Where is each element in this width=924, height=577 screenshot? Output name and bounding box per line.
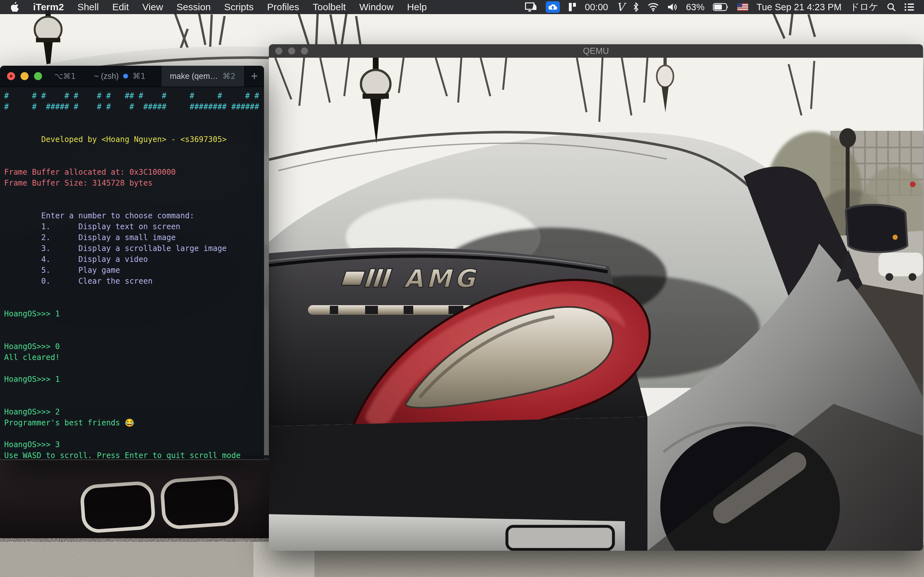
terminal-line <box>4 156 264 167</box>
menu-item-help[interactable]: Help <box>401 0 434 14</box>
spotlight-search-icon[interactable] <box>887 3 896 11</box>
terminal-line <box>4 428 264 439</box>
terminal-line: HoangOS>>> 1 <box>4 374 264 385</box>
terminal-line <box>4 189 264 199</box>
menu-item-profiles[interactable]: Profiles <box>260 0 306 14</box>
window-controls[interactable] <box>0 66 48 87</box>
terminal-line: Enter a number to choose command: <box>4 210 264 221</box>
battery-icon[interactable] <box>713 3 729 11</box>
terminal-output[interactable]: # # # # # # # ## # # # # # # ## # ##### … <box>0 87 264 459</box>
tab-shortcut: ⌘1 <box>132 71 145 81</box>
qemu-window-title: QEMU <box>269 46 923 56</box>
terminal-line: HoangOS>>> 3 <box>4 439 264 450</box>
bluetooth-icon[interactable] <box>633 2 639 12</box>
terminal-line <box>4 145 264 156</box>
tab-make-qemu[interactable]: make (qem… ⌘2 <box>161 66 245 87</box>
qemu-window[interactable]: QEMU <box>269 44 923 551</box>
menu-item-scripts[interactable]: Scripts <box>218 0 260 14</box>
terminal-line <box>4 319 264 330</box>
terminal-line: Frame Buffer Size: 3145728 bytes <box>4 177 264 189</box>
menu-item-iterm2[interactable]: iTerm2 <box>26 0 71 14</box>
blind-spot-indicator <box>893 235 898 240</box>
menu-item-window[interactable]: Window <box>352 0 401 14</box>
terminal-line: 1. Display text on screen <box>4 221 264 232</box>
terminal-line <box>4 298 264 308</box>
zoom-button[interactable] <box>34 72 42 80</box>
terminal-line: # # # # # # # ## # # # # # # # <box>4 90 264 101</box>
apple-menu[interactable] <box>8 2 26 12</box>
car-underside <box>0 455 314 548</box>
v-app-icon[interactable]: V <box>616 1 624 13</box>
menu-item-view[interactable]: View <box>136 0 170 14</box>
volume-icon[interactable] <box>667 3 678 11</box>
new-tab-button[interactable]: + <box>245 66 264 87</box>
qemu-titlebar[interactable]: QEMU <box>269 44 923 58</box>
cloud-upload-icon[interactable] <box>546 1 560 13</box>
input-method-status[interactable]: ドロケ <box>850 1 879 13</box>
tab-activity-indicator <box>123 74 128 79</box>
iterm2-tab-bar[interactable]: ⌥⌘1 ~ (zsh) ⌘1 make (qem… ⌘2 + <box>0 66 264 87</box>
terminal-line <box>4 112 264 123</box>
qemu-display[interactable]: AMG <box>269 58 923 551</box>
terminal-line: 4. Display a video <box>4 254 264 265</box>
terminal-line: HoangOS>>> 1 <box>4 308 264 319</box>
tab-shortcut: ⌘2 <box>223 71 236 81</box>
plate-recess <box>507 526 614 550</box>
terminal-line: Programmer's best friends 😂 <box>4 417 264 428</box>
tab-title: make (qem… <box>170 71 218 81</box>
terminal-line: Developed by <Hoang Nguyen> - <s3697305> <box>4 134 264 145</box>
battery-percent[interactable]: 63% <box>686 2 704 13</box>
terminal-line: # # ##### # # # # ##### ######## ###### <box>4 101 264 112</box>
menu-item-toolbelt[interactable]: Toolbelt <box>306 0 352 14</box>
window-tiles-icon[interactable] <box>568 2 577 12</box>
car-photo: AMG <box>269 58 923 551</box>
notification-list-icon[interactable] <box>904 3 914 11</box>
wifi-icon[interactable] <box>648 3 659 11</box>
us-flag-icon[interactable] <box>737 3 748 11</box>
parked-white-car <box>879 253 923 276</box>
terminal-line: 0. Clear the screen <box>4 276 264 287</box>
clock[interactable]: Tue Sep 21 4:23 PM <box>756 2 842 13</box>
terminal-line: HoangOS>>> 2 <box>4 406 264 417</box>
svg-text:AMG: AMG <box>404 264 478 293</box>
terminal-line: Use WASD to scroll. Press Enter to quit … <box>4 450 264 460</box>
terminal-line <box>4 287 264 298</box>
tab-shortcut-hint: ⌥⌘1 <box>48 66 79 87</box>
terminal-line <box>4 396 264 406</box>
terminal-line: 5. Play game <box>4 265 264 276</box>
terminal-line <box>4 363 264 374</box>
timer-status[interactable]: 00:00 <box>585 2 608 13</box>
traffic-light-dot <box>910 181 916 187</box>
display-mirroring-icon[interactable] <box>525 2 537 12</box>
terminal-line: Frame Buffer allocated at: 0x3C100000 <box>4 167 264 177</box>
terminal-line: All cleared! <box>4 352 264 363</box>
menu-item-session[interactable]: Session <box>170 0 218 14</box>
terminal-line: 3. Display a scrollable large image <box>4 243 264 254</box>
terminal-line <box>4 199 264 210</box>
terminal-line <box>4 123 264 134</box>
menu-item-edit[interactable]: Edit <box>105 0 136 14</box>
terminal-line <box>4 385 264 396</box>
terminal-line <box>4 330 264 341</box>
menu-item-shell[interactable]: Shell <box>71 0 105 14</box>
minimize-button[interactable] <box>21 72 29 80</box>
terminal-line: HoangOS>>> 0 <box>4 341 264 352</box>
tab-title: ~ (zsh) <box>94 71 119 81</box>
close-button[interactable] <box>7 72 15 80</box>
menu-bar: iTerm2ShellEditViewSessionScriptsProfile… <box>0 0 924 14</box>
terminal-line: 2. Display a small image <box>4 232 264 243</box>
iterm2-window[interactable]: ⌥⌘1 ~ (zsh) ⌘1 make (qem… ⌘2 + # # # # #… <box>0 66 264 460</box>
tab-zsh[interactable]: ~ (zsh) ⌘1 <box>79 66 161 87</box>
apple-logo-icon <box>11 2 19 12</box>
